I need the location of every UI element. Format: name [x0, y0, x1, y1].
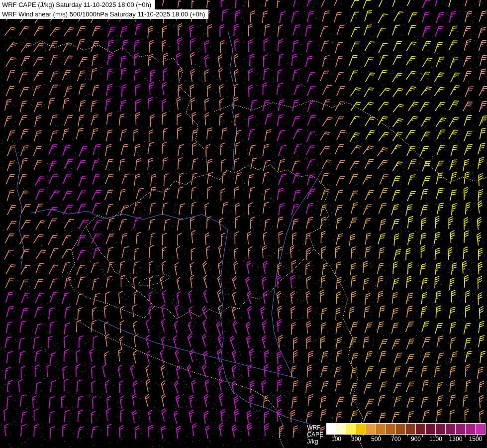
legend-swatch	[336, 423, 346, 435]
legend-swatch	[376, 423, 386, 435]
header-title-windshear: WRF Wind shear (m/s) 500/1000hPa Saturda…	[0, 9, 208, 19]
legend-swatch	[476, 423, 486, 435]
legend-swatch	[436, 423, 446, 435]
legend-tick-label: 1500	[466, 436, 486, 443]
legend-tick-label: 1300	[446, 436, 466, 443]
wrf-map-screen: WRF CAPE (J/kg) Saturday 11-10-2025 18:0…	[0, 0, 487, 448]
legend-bar-block: 100300500700900110013001500	[326, 423, 486, 443]
legend-title-line3: J/kg	[307, 438, 323, 445]
legend-color-bar	[326, 423, 486, 435]
header-title-cape: WRF CAPE (J/kg) Saturday 11-10-2025 18:0…	[0, 0, 155, 9]
legend-title: WRF CAPE J/kg	[307, 423, 323, 445]
legend-title-line1: WRF	[307, 424, 323, 431]
legend-tick-label: 900	[406, 436, 426, 443]
legend-tick-label: 1100	[426, 436, 446, 443]
legend-swatch	[356, 423, 366, 435]
legend-swatch	[326, 423, 336, 435]
legend-swatch	[346, 423, 356, 435]
legend-tick-label: 700	[386, 436, 406, 443]
map-header: WRF CAPE (J/kg) Saturday 11-10-2025 18:0…	[0, 0, 208, 19]
legend-tick-label: 300	[346, 436, 366, 443]
weather-map-canvas	[0, 0, 487, 448]
legend-tick-row: 100300500700900110013001500	[326, 436, 486, 443]
legend-swatch	[366, 423, 376, 435]
legend-swatch	[386, 423, 396, 435]
legend-tick-label: 500	[366, 436, 386, 443]
legend-swatch	[456, 423, 466, 435]
cape-legend: WRF CAPE J/kg 10030050070090011001300150…	[307, 423, 486, 445]
legend-swatch	[446, 423, 456, 435]
legend-title-line2: CAPE	[307, 431, 323, 438]
legend-swatch	[426, 423, 436, 435]
legend-swatch	[396, 423, 406, 435]
legend-swatch	[466, 423, 476, 435]
legend-swatch	[416, 423, 426, 435]
legend-swatch	[406, 423, 416, 435]
legend-tick-label: 100	[326, 436, 346, 443]
